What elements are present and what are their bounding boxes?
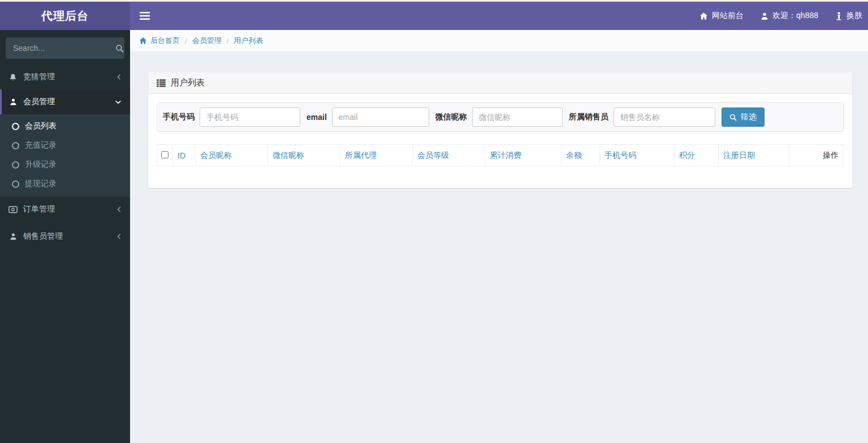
sidebar-item-member-management[interactable]: 会员管理 [0,89,130,114]
panel-header: 用户列表 [148,72,852,94]
column-header-phone[interactable]: 手机号码 [600,145,675,166]
breadcrumb-item-home[interactable]: 后台首页 [139,36,180,46]
filter-group-phone: 手机号码 [163,107,300,127]
breadcrumb-separator: / [185,37,187,45]
filter-group-salesperson: 所属销售员 [569,107,715,127]
app-title: 代理后台 [41,8,89,24]
panel-title: 用户列表 [171,78,205,88]
panel-body: 手机号码 email 微信昵称 所属销售员 [148,94,852,188]
breadcrumb-item-user-list[interactable]: 用户列表 [234,36,263,46]
filter-button[interactable]: 筛选 [722,107,765,127]
email-input[interactable] [332,107,429,127]
submenu-item-label: 提现记录 [25,179,57,189]
sidebar-item-upgrade-records[interactable]: 升级记录 [0,155,130,174]
sidebar-item-guess-management[interactable]: 竞猜管理 [0,64,130,89]
sidebar-item-label: 会员管理 [23,97,55,107]
select-all-cell [157,145,173,166]
filter-group-wechat-nickname: 微信昵称 [435,107,563,127]
filter-bar: 手机号码 email 微信昵称 所属销售员 [157,102,844,132]
user-table: ID 会员昵称 微信昵称 所属代理 会员等级 累计消费 余额 手机号码 积分 注… [157,144,844,166]
chevron-down-icon [115,100,122,105]
search-icon[interactable] [115,44,124,53]
submenu-item-label: 升级记录 [25,160,57,170]
top-navbar: 网站前台 欢迎：qh888 换肤 [130,2,868,30]
sidebar-search [6,37,124,59]
submenu-item-label: 充值记录 [25,140,57,150]
list-icon [157,79,166,87]
user-icon [8,98,18,106]
user-list-panel: 用户列表 手机号码 email 微信昵称 [148,72,852,188]
select-all-checkbox[interactable] [161,151,169,158]
column-header-total-consumption[interactable]: 累计消费 [485,145,562,166]
user-icon [761,12,768,20]
column-header-actions: 操作 [789,145,844,166]
sidebar-item-order-management[interactable]: 订单管理 [0,197,130,222]
column-header-member-level[interactable]: 会员等级 [413,145,485,166]
wechat-nickname-input[interactable] [472,107,563,127]
main-content: 用户列表 手机号码 email 微信昵称 [130,52,868,443]
column-header-wechat-nickname[interactable]: 微信昵称 [268,145,340,166]
breadcrumb-separator: / [227,37,229,45]
sidebar-item-label: 订单管理 [23,204,55,214]
breadcrumb-item-member-management[interactable]: 会员管理 [192,36,222,46]
nav-item-label: 网站前台 [712,11,744,21]
filter-group-email: email [306,107,429,127]
circle-icon [12,142,19,149]
breadcrumb-label: 会员管理 [192,36,222,46]
column-header-member-nickname[interactable]: 会员昵称 [196,145,268,166]
phone-number-input[interactable] [200,107,300,127]
chevron-left-icon [116,74,122,80]
bell-icon [8,73,18,81]
circle-icon [12,180,19,188]
salesperson-input[interactable] [614,107,715,127]
search-icon [729,114,737,121]
sidebar-item-label: 竞猜管理 [23,72,55,82]
breadcrumb-label: 用户列表 [234,36,263,46]
sidebar-item-member-list[interactable]: 会员列表 [0,117,130,136]
filter-button-label: 筛选 [741,112,757,122]
table-header-row: ID 会员昵称 微信昵称 所属代理 会员等级 累计消费 余额 手机号码 积分 注… [157,145,844,166]
chevron-left-icon [116,206,122,213]
user-icon [8,233,18,240]
column-header-register-date[interactable]: 注册日期 [719,145,789,166]
sidebar-toggle-button[interactable] [130,2,159,30]
app-logo[interactable]: 代理后台 [0,2,130,30]
sidebar-submenu-member: 会员列表 充值记录 升级记录 提现记录 [0,114,130,197]
nav-item-welcome-user[interactable]: 欢迎：qh888 [752,11,827,21]
home-icon [699,12,708,20]
app-header: 代理后台 网站前台 欢迎：qh888 [0,2,868,30]
sidebar-search-input[interactable] [13,44,115,53]
home-icon [139,37,147,45]
hamburger-icon [140,12,150,20]
chevron-left-icon [116,233,122,240]
submenu-item-label: 会员列表 [25,121,57,131]
column-header-points[interactable]: 积分 [675,145,719,166]
money-icon [8,206,18,213]
column-header-balance[interactable]: 余额 [562,145,600,166]
nav-item-label: 换肤 [847,11,862,21]
circle-icon [12,123,19,130]
skin-icon [835,12,843,20]
sidebar-item-withdraw-records[interactable]: 提现记录 [0,174,130,193]
column-header-agent[interactable]: 所属代理 [340,145,413,166]
sidebar-menu: 竞猜管理 会员管理 会员列表 [0,64,130,249]
breadcrumb-label: 后台首页 [150,36,180,46]
circle-icon [12,161,19,169]
navbar-right-menu: 网站前台 欢迎：qh888 换肤 [691,11,868,21]
sidebar: 竞猜管理 会员管理 会员列表 [0,30,130,443]
nav-item-label: 欢迎：qh888 [772,11,818,21]
filter-label: 所属销售员 [569,112,608,122]
nav-item-change-skin[interactable]: 换肤 [827,11,868,21]
filter-label: 微信昵称 [435,112,467,122]
sidebar-item-salesperson-management[interactable]: 销售员管理 [0,224,130,249]
filter-label: 手机号码 [163,112,195,122]
breadcrumb: 后台首页 / 会员管理 / 用户列表 [130,30,868,52]
filter-label: email [306,113,327,122]
nav-item-site-front[interactable]: 网站前台 [691,11,752,21]
sidebar-item-label: 销售员管理 [23,231,63,242]
sidebar-item-recharge-records[interactable]: 充值记录 [0,136,130,155]
column-header-id[interactable]: ID [173,145,196,166]
